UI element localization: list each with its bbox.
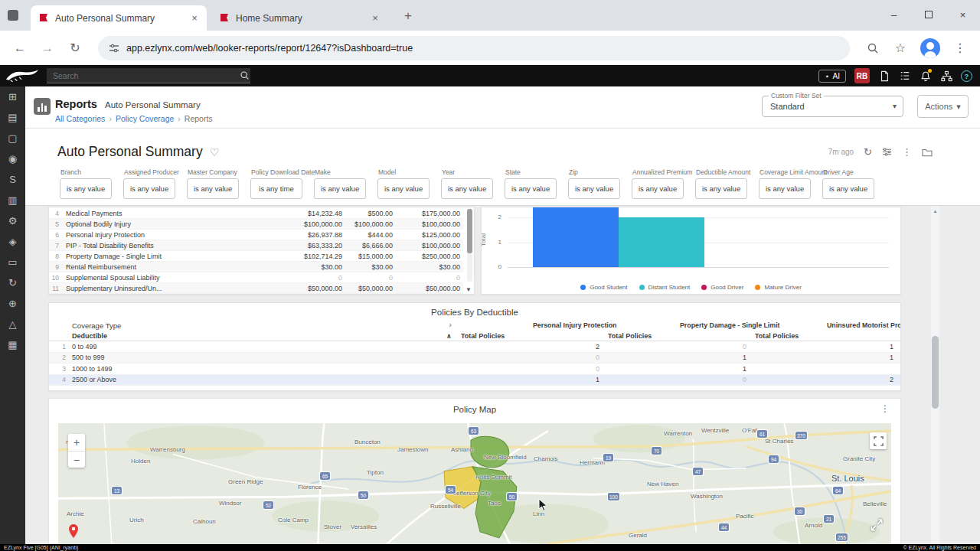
- sort-asc-icon[interactable]: ∧: [446, 332, 452, 340]
- global-search[interactable]: [47, 68, 250, 83]
- deductible-sort-header[interactable]: Deductible∧: [49, 332, 458, 340]
- zoom-out-button[interactable]: −: [68, 451, 85, 468]
- zoom-in-button[interactable]: +: [68, 434, 85, 451]
- legend-item[interactable]: Good Student: [580, 284, 627, 291]
- user-avatar[interactable]: RB: [854, 68, 870, 83]
- table-row[interactable]: 11Supplementary Uninsured/Un...$50,000.0…: [49, 283, 463, 294]
- sort-desc-icon[interactable]: ▼: [466, 286, 472, 293]
- tab-close-icon[interactable]: ×: [188, 12, 201, 24]
- table-row[interactable]: 10Supplemental Spousal Liability000: [49, 272, 463, 283]
- sidebar-analytics-icon[interactable]: ▥: [0, 190, 25, 210]
- actions-button[interactable]: Actions ▾: [917, 95, 969, 118]
- legend-item[interactable]: Mature Driver: [755, 284, 801, 291]
- sidebar-archive-icon[interactable]: ▦: [0, 334, 25, 355]
- document-icon[interactable]: [878, 70, 890, 82]
- browser-tab[interactable]: Home Summary×: [211, 5, 387, 31]
- sidebar-library-icon[interactable]: ▭: [0, 252, 25, 272]
- breadcrumb-item[interactable]: All Categories: [55, 114, 105, 123]
- filter-value-button[interactable]: is any value: [377, 178, 430, 199]
- site-info-icon[interactable]: [109, 43, 119, 54]
- ezlynx-logo[interactable]: [5, 68, 40, 83]
- sidebar-dashboard-icon[interactable]: ⊞: [0, 86, 25, 107]
- zoom-icon[interactable]: [862, 37, 884, 59]
- table-row[interactable]: 6Personal Injury Protection$26,937.88$44…: [49, 230, 463, 240]
- filter-value-button[interactable]: is any time: [250, 178, 302, 199]
- table-row[interactable]: 8Property Damage - Single Limit$102,714.…: [49, 251, 463, 262]
- reload-button[interactable]: ↻: [64, 37, 86, 59]
- filter-value-button[interactable]: is any value: [632, 178, 684, 199]
- help-icon[interactable]: ?: [961, 70, 972, 82]
- sidebar-lab-icon[interactable]: △: [0, 314, 25, 334]
- filter-value-button[interactable]: is any value: [187, 178, 239, 199]
- sidebar-settings-icon[interactable]: ⚙: [0, 210, 25, 231]
- filters-icon[interactable]: [882, 147, 892, 157]
- browser-menu-icon[interactable]: ⋮: [949, 37, 971, 59]
- sidebar-folder-icon[interactable]: ▢: [0, 128, 25, 148]
- scrollbar-thumb[interactable]: [467, 209, 472, 253]
- column-group-header[interactable]: Personal Injury Protection: [458, 321, 605, 329]
- filter-value-button[interactable]: is any value: [695, 178, 747, 199]
- page-scrollbar[interactable]: ▲: [931, 206, 939, 545]
- scrollbar-thumb[interactable]: [932, 336, 939, 409]
- task-list-icon[interactable]: [899, 70, 911, 82]
- search-icon[interactable]: [238, 70, 250, 82]
- filter-value-button[interactable]: is any value: [314, 178, 366, 199]
- table-row[interactable]: 7PIP - Total Disability Benefits$63,333.…: [49, 240, 463, 251]
- kebab-menu-icon[interactable]: ⋮: [880, 403, 890, 414]
- filter-value-button[interactable]: is any value: [822, 178, 874, 199]
- sidebar-s-badge-icon[interactable]: S: [0, 169, 25, 190]
- browser-tab[interactable]: Auto Personal Summary×: [31, 5, 207, 31]
- total-policies-header[interactable]: Total Policies: [458, 332, 605, 340]
- address-bar[interactable]: app.ezlynx.com/web/looker-reports/report…: [98, 36, 850, 60]
- table-row[interactable]: 42500 or Above102: [49, 375, 900, 386]
- chart-bar[interactable]: [619, 217, 704, 267]
- new-tab-button[interactable]: +: [400, 8, 416, 24]
- notifications-icon[interactable]: [920, 70, 932, 82]
- table-row[interactable]: 9Rental Reimbursement$30.00$30.00$30.00: [49, 262, 463, 272]
- minimize-button[interactable]: –: [877, 0, 911, 29]
- legend-item[interactable]: Distant Student: [639, 284, 691, 291]
- ai-button[interactable]: ⋆ AI: [818, 70, 846, 83]
- custom-filter-set-select[interactable]: Custom Filter Set Standard ▾: [762, 96, 903, 117]
- total-policies-header[interactable]: Total Policies: [605, 332, 752, 340]
- sidebar-contacts-icon[interactable]: ◉: [0, 148, 25, 169]
- refresh-icon[interactable]: ↻: [864, 146, 872, 158]
- table-row[interactable]: 4Medical Payments$14,232.48$500.00$175,0…: [49, 208, 463, 219]
- bookmark-star-icon[interactable]: ☆: [890, 37, 911, 59]
- breadcrumb-item[interactable]: Policy Coverage: [116, 114, 174, 123]
- sidebar-sync-icon[interactable]: ↻: [0, 272, 25, 293]
- tab-close-icon[interactable]: ×: [369, 12, 381, 24]
- sidebar-key-icon[interactable]: ◈: [0, 231, 25, 252]
- column-group-header[interactable]: Uninsured Motorist Property Damage: [752, 321, 899, 329]
- chart-bar[interactable]: [533, 207, 619, 267]
- search-input[interactable]: [47, 71, 238, 80]
- profile-avatar[interactable]: [920, 38, 940, 58]
- table-row[interactable]: 5Optional Bodily Injury$100,000.00$100,0…: [49, 219, 463, 230]
- table-row[interactable]: 2500 to 999011: [49, 353, 900, 364]
- maximize-button[interactable]: [911, 0, 946, 29]
- org-chart-icon[interactable]: [940, 70, 952, 82]
- sidebar-media-icon[interactable]: ▤: [0, 107, 25, 128]
- total-policies-header[interactable]: Total Policies: [752, 332, 899, 340]
- map-expand-icon[interactable]: [870, 518, 884, 532]
- map-fullscreen-button[interactable]: [870, 432, 887, 449]
- filter-value-button[interactable]: is any value: [441, 178, 493, 199]
- close-button[interactable]: ×: [946, 0, 980, 29]
- legend-item[interactable]: Good Driver: [701, 284, 743, 291]
- filter-value-button[interactable]: is any value: [60, 178, 112, 199]
- back-button[interactable]: ←: [9, 37, 31, 59]
- map-canvas[interactable]: nt HillWarrensburgHoldenGreen RidgeWinds…: [58, 423, 891, 544]
- filter-value-button[interactable]: is any value: [505, 178, 557, 199]
- filter-value-button[interactable]: is any value: [759, 178, 811, 199]
- folder-icon[interactable]: [922, 148, 933, 157]
- filter-value-button[interactable]: is any value: [568, 178, 620, 199]
- scroll-up-arrow[interactable]: ▲: [931, 209, 939, 214]
- expand-chevron-icon[interactable]: ›: [449, 320, 452, 329]
- favorite-heart-icon[interactable]: ♡: [210, 146, 220, 158]
- kebab-menu-icon[interactable]: ⋮: [902, 146, 912, 158]
- forward-button[interactable]: →: [37, 37, 58, 59]
- coverage-type-header[interactable]: Coverage Type›: [49, 321, 458, 330]
- browser-profile-icon[interactable]: [8, 10, 18, 21]
- table-row[interactable]: 31000 to 149901: [49, 364, 900, 375]
- table-scrollbar[interactable]: [467, 209, 472, 282]
